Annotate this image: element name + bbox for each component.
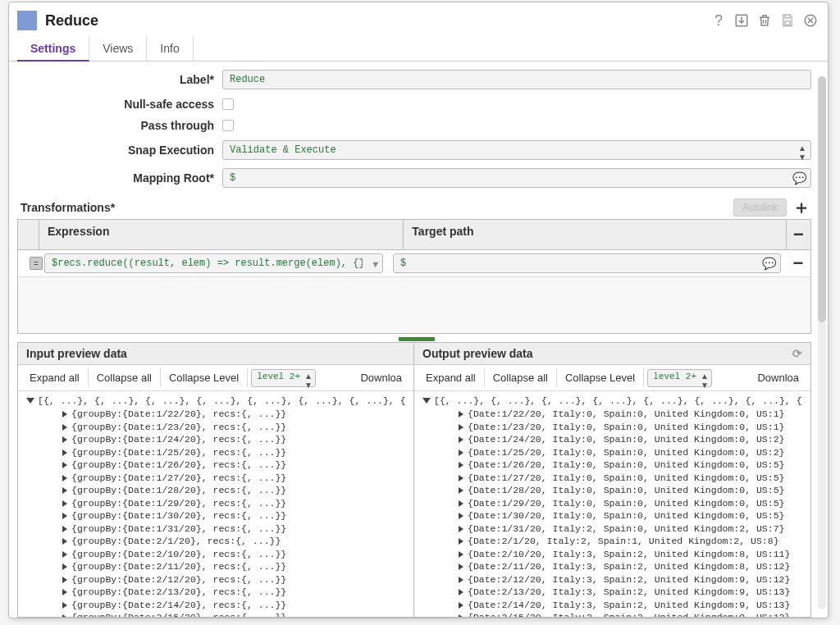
col-target: Target path <box>404 220 786 249</box>
label-input[interactable] <box>222 70 811 89</box>
tree-node[interactable]: {groupBy:{Date:1/25/20}, recs:{, ...}} <box>23 446 409 459</box>
vertical-scrollbar[interactable] <box>818 76 826 609</box>
tree-node[interactable]: {groupBy:{Date:1/23/20}, recs:{, ...}} <box>23 421 409 434</box>
maproot-input[interactable] <box>222 168 811 188</box>
collapse-level-select[interactable]: level 2+ <box>647 369 712 387</box>
snap-type-icon <box>17 11 37 30</box>
tree-node[interactable]: {groupBy:{Date:2/14/20}, recs:{, ...}} <box>23 599 409 612</box>
snap-dialog: Reduce ? Settings Views Info Label* <box>8 2 829 618</box>
tree-node[interactable]: {Date:2/11/20, Italy:3, Spain:2, United … <box>419 560 806 573</box>
tree-node[interactable]: {groupBy:{Date:1/22/20}, recs:{, ...}} <box>23 408 409 421</box>
nullsafe-label: Null-safe access <box>17 98 222 111</box>
tree-node[interactable]: {groupBy:{Date:2/15/20}, recs:{, ...}} <box>23 611 409 617</box>
tree-node[interactable]: {groupBy:{Date:1/24/20}, recs:{, ...}} <box>23 433 409 446</box>
transformations-title: Transformations* <box>17 196 118 219</box>
download-button[interactable]: Downloa <box>352 368 410 387</box>
suggest-icon[interactable]: 💬 <box>762 257 776 270</box>
tree-node[interactable]: {Date:1/30/20, Italy:0, Spain:0, United … <box>419 509 806 522</box>
tree-node[interactable]: {Date:1/31/20, Italy:2, Spain:0, United … <box>419 522 806 536</box>
collapse-all-button[interactable]: Collapse all <box>89 368 161 387</box>
output-preview-pane: Output preview data ⟳ Expand all Collaps… <box>414 343 810 617</box>
download-button[interactable]: Downloa <box>749 368 807 387</box>
passthrough-checkbox[interactable] <box>222 120 234 131</box>
dialog-header: Reduce ? <box>9 2 828 34</box>
trash-icon[interactable] <box>756 11 774 30</box>
collapse-level-label: Collapse Level <box>161 368 248 387</box>
snapexec-label: Snap Execution <box>17 144 222 157</box>
tree-node[interactable]: {groupBy:{Date:2/10/20}, recs:{, ...}} <box>23 548 409 561</box>
tree-node[interactable]: {Date:1/24/20, Italy:0, Spain:0, United … <box>419 433 806 446</box>
snapexec-select[interactable]: Validate & Execute <box>222 140 811 160</box>
collapse-level-select[interactable]: level 2+ <box>251 369 316 387</box>
tree-node[interactable]: {groupBy:{Date:2/13/20}, recs:{, ...}} <box>23 586 409 599</box>
expand-all-button[interactable]: Expand all <box>418 368 485 387</box>
tree-node[interactable]: {groupBy:{Date:2/1/20}, recs:{, ...}} <box>23 535 409 548</box>
pane-resize-handle[interactable] <box>17 337 811 342</box>
input-preview-title: Input preview data <box>18 343 413 365</box>
tree-node[interactable]: {Date:2/12/20, Italy:3, Spain:2, United … <box>419 573 806 586</box>
tree-node[interactable]: {Date:2/13/20, Italy:3, Spain:2, United … <box>419 586 806 599</box>
tab-info[interactable]: Info <box>147 37 193 61</box>
tree-node[interactable]: {groupBy:{Date:1/31/20}, recs:{, ...}} <box>23 522 409 536</box>
tree-node[interactable]: {Date:1/22/20, Italy:0, Spain:0, United … <box>419 408 806 421</box>
expand-all-button[interactable]: Expand all <box>21 368 89 387</box>
save-icon[interactable] <box>778 11 797 30</box>
tree-node[interactable]: {Date:2/15/20, Italy:3, Spain:2, United … <box>419 611 806 617</box>
remove-row-button[interactable]: − <box>791 253 806 273</box>
tree-node[interactable]: {groupBy:{Date:2/12/20}, recs:{, ...}} <box>23 573 409 586</box>
tree-node[interactable]: {Date:2/1/20, Italy:2, Spain:1, United K… <box>419 535 806 548</box>
close-icon[interactable] <box>801 11 819 30</box>
tree-node[interactable]: {groupBy:{Date:1/28/20}, recs:{, ...}} <box>23 484 409 497</box>
tree-node[interactable]: {groupBy:{Date:1/30/20}, recs:{, ...}} <box>23 509 409 522</box>
targetpath-input[interactable] <box>393 253 781 273</box>
header-actions: ? <box>710 11 819 30</box>
expression-input[interactable] <box>44 253 383 273</box>
input-preview-pane: Input preview data Expand all Collapse a… <box>18 343 414 617</box>
refresh-icon[interactable]: ⟳ <box>792 347 802 360</box>
tree-node[interactable]: {Date:1/26/20, Italy:0, Spain:0, United … <box>419 458 806 472</box>
label-title: Label* <box>17 73 222 86</box>
tab-settings[interactable]: Settings <box>17 37 89 62</box>
output-preview-title: Output preview data ⟳ <box>414 343 810 365</box>
tree-node[interactable]: {Date:1/28/20, Italy:0, Spain:0, United … <box>419 484 806 497</box>
transformations-table: Expression Target path − = ▼ 💬 − <box>17 219 811 334</box>
col-expression: Expression <box>39 220 404 249</box>
input-tree[interactable]: [{, ...}, {, ...}, {, ...}, {, ...}, {, … <box>18 391 413 617</box>
svg-rect-2 <box>785 21 790 25</box>
output-tree[interactable]: [{, ...}, {, ...}, {, ...}, {, ...}, {, … <box>414 391 810 617</box>
maproot-label: Mapping Root* <box>17 171 222 185</box>
tree-node[interactable]: {Date:2/10/20, Italy:3, Spain:2, United … <box>419 548 806 561</box>
tab-views[interactable]: Views <box>89 37 147 61</box>
tree-node[interactable]: {groupBy:{Date:1/26/20}, recs:{, ...}} <box>23 458 409 472</box>
tree-node[interactable]: {Date:2/14/20, Italy:3, Spain:2, United … <box>419 599 806 612</box>
tree-node[interactable]: {Date:1/23/20, Italy:0, Spain:0, United … <box>419 421 806 434</box>
autolink-button[interactable]: Autolink <box>733 198 787 217</box>
table-row: = ▼ 💬 − <box>18 250 810 277</box>
nullsafe-checkbox[interactable] <box>222 98 234 110</box>
remove-header-button[interactable]: − <box>793 225 804 244</box>
passthrough-label: Pass through <box>17 119 222 132</box>
tree-node[interactable]: {groupBy:{Date:2/11/20}, recs:{, ...}} <box>23 560 409 573</box>
svg-rect-1 <box>785 15 790 18</box>
dialog-title: Reduce <box>45 12 710 30</box>
tree-node[interactable]: {groupBy:{Date:1/27/20}, recs:{, ...}} <box>23 472 409 485</box>
tree-node[interactable]: {Date:1/25/20, Italy:0, Spain:0, United … <box>419 446 806 459</box>
add-row-button[interactable]: ＋ <box>792 198 811 217</box>
settings-content: Label* Null-safe access Pass through Sna… <box>9 62 828 618</box>
collapse-level-label: Collapse Level <box>557 368 644 387</box>
tree-node[interactable]: {Date:1/29/20, Italy:0, Spain:0, United … <box>419 497 806 510</box>
export-icon[interactable] <box>733 11 751 30</box>
suggest-icon[interactable]: 💬 <box>792 171 806 185</box>
tree-node[interactable]: {groupBy:{Date:1/29/20}, recs:{, ...}} <box>23 497 409 510</box>
collapse-all-button[interactable]: Collapse all <box>485 368 557 387</box>
tree-node[interactable]: {Date:1/27/20, Italy:0, Spain:0, United … <box>419 472 806 485</box>
tab-bar: Settings Views Info <box>9 37 828 62</box>
help-icon[interactable]: ? <box>710 11 728 30</box>
